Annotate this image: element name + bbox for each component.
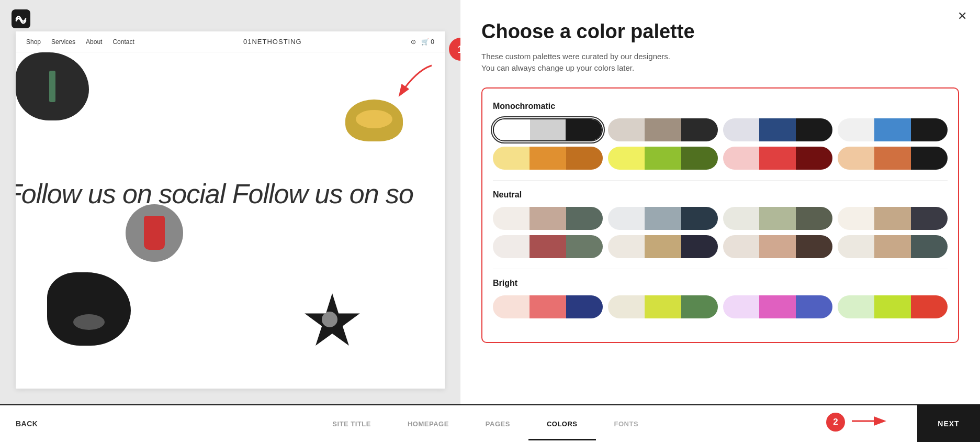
nav-step-homepage[interactable]: HOMEPAGE: [389, 420, 467, 428]
palette-swatch[interactable]: [838, 235, 948, 258]
blob-vase-image: [16, 52, 89, 120]
site-nav-icons: ⊙ 🛒 0: [411, 38, 434, 46]
step1-arrow: [390, 60, 442, 102]
panel-title: Choose a color palette: [481, 21, 959, 43]
section-divider: [493, 180, 948, 181]
website-frame: Shop Services About Contact 01NETHOSTING…: [16, 31, 445, 389]
blob-bottom-image: [47, 272, 131, 346]
round-vase-image: [126, 204, 183, 262]
palette-container: Monochromatic: [481, 87, 959, 343]
preview-panel: 1 Shop Services About Contact 01NETHOS: [0, 0, 460, 404]
palette-swatch[interactable]: [838, 147, 948, 170]
site-nav-title: 01NETHOSTING: [243, 38, 302, 46]
nav-step-pages[interactable]: PAGES: [467, 420, 528, 428]
palette-swatch[interactable]: [608, 295, 718, 318]
palette-swatch[interactable]: [493, 207, 603, 230]
palette-swatch[interactable]: [493, 295, 603, 318]
palette-swatch[interactable]: [723, 207, 833, 230]
gold-bowl-image: [345, 100, 403, 141]
palette-swatch[interactable]: [493, 235, 603, 258]
site-nav-links: Shop Services About Contact: [26, 38, 134, 46]
palette-swatch[interactable]: [838, 295, 948, 318]
palette-swatch[interactable]: [723, 235, 833, 258]
nav-shop: Shop: [26, 38, 41, 46]
bottom-nav: BACK SITE TITLE HOMEPAGE PAGES COLORS FO…: [0, 404, 980, 442]
palette-swatch[interactable]: [838, 118, 948, 141]
next-button[interactable]: NEXT: [917, 405, 980, 442]
color-panel: ✕ Choose a color palette These custom pa…: [460, 0, 980, 404]
squarespace-logo: [12, 9, 30, 30]
nav-step-site-title[interactable]: SITE TITLE: [314, 420, 389, 428]
bright-title: Bright: [493, 279, 948, 288]
palette-swatch[interactable]: [608, 207, 718, 230]
monochromatic-title: Monochromatic: [493, 102, 948, 111]
nav-step-fonts[interactable]: FONTS: [596, 420, 657, 428]
nav-services: Services: [51, 38, 75, 46]
step-1-indicator: 1: [449, 38, 460, 61]
nav-step-colors[interactable]: COLORS: [528, 420, 596, 428]
palette-swatch[interactable]: [608, 147, 718, 170]
back-button[interactable]: BACK: [0, 405, 53, 442]
palette-swatch[interactable]: [723, 295, 833, 318]
palette-swatch[interactable]: [723, 118, 833, 141]
site-content: Follow us on social Follow us on so: [16, 52, 445, 388]
cart-icon: 🛒 0: [421, 38, 434, 46]
palette-swatch[interactable]: [608, 118, 718, 141]
section-divider: [493, 269, 948, 269]
nav-about: About: [86, 38, 102, 46]
neutral-grid: [493, 207, 948, 258]
green-vase: [49, 71, 55, 102]
step-2-indicator: 2: [826, 413, 845, 432]
site-nav: Shop Services About Contact 01NETHOSTING…: [16, 31, 445, 52]
palette-swatch[interactable]: [838, 207, 948, 230]
palette-swatch[interactable]: [608, 235, 718, 258]
bright-grid: [493, 295, 948, 318]
panel-subtitle-line1: These custom palettes were curated by ou…: [481, 51, 959, 74]
palette-swatch[interactable]: [493, 118, 603, 141]
monochromatic-grid: [493, 118, 948, 170]
scrolling-text: Follow us on social Follow us on so: [16, 178, 413, 209]
palette-swatch[interactable]: [493, 147, 603, 170]
palette-swatch[interactable]: [723, 147, 833, 170]
star-shape-image: [303, 293, 361, 351]
step2-arrow: [849, 413, 891, 432]
nav-contact: Contact: [112, 38, 134, 46]
close-button[interactable]: ✕: [958, 10, 967, 22]
step-2-area: 2: [826, 413, 891, 432]
nav-steps: SITE TITLE HOMEPAGE PAGES COLORS FONTS: [53, 420, 917, 428]
neutral-title: Neutral: [493, 190, 948, 200]
instagram-icon: ⊙: [411, 38, 416, 46]
